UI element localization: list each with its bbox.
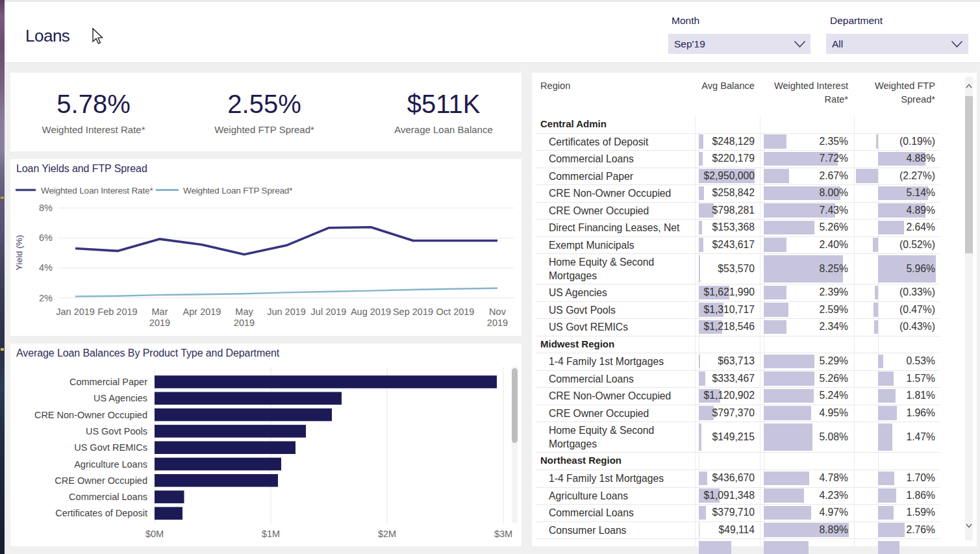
svg-text:2%: 2% [39,293,53,303]
svg-text:Weighted Loan FTP Spread*: Weighted Loan FTP Spread* [183,186,293,195]
svg-text:Jan 2019: Jan 2019 [56,307,95,317]
svg-text:2019: 2019 [234,318,255,328]
svg-text:Nov: Nov [489,307,507,317]
svg-text:$3M: $3M [494,529,512,539]
svg-text:Commercial Paper: Commercial Paper [69,377,147,387]
svg-text:Jun 2019: Jun 2019 [267,307,306,317]
svg-text:US Govt REMICs: US Govt REMICs [74,442,147,453]
svg-text:$1M: $1M [262,529,280,539]
svg-text:Certificates of Deposit: Certificates of Deposit [55,508,147,518]
svg-text:2019: 2019 [149,318,170,328]
svg-text:Aug 2019: Aug 2019 [351,307,391,317]
svg-text:2019: 2019 [487,318,508,328]
svg-text:Weighted Loan Interest Rate*: Weighted Loan Interest Rate* [41,186,153,195]
svg-text:8%: 8% [39,203,53,213]
svg-text:$0M: $0M [145,529,164,539]
svg-text:Feb 2019: Feb 2019 [97,307,137,317]
svg-text:US Agencies: US Agencies [94,393,147,403]
svg-text:US Govt Pools: US Govt Pools [86,426,147,436]
svg-text:Apr 2019: Apr 2019 [183,307,221,317]
svg-text:CRE Owner Occupied: CRE Owner Occupied [55,475,147,486]
svg-text:Agriculture Loans: Agriculture Loans [74,459,147,470]
svg-text:CRE Non-Owner Occupied: CRE Non-Owner Occupied [34,410,147,420]
svg-text:May: May [235,307,253,317]
svg-text:Oct 2019: Oct 2019 [436,307,475,317]
svg-text:4%: 4% [39,262,53,273]
svg-text:Yield (%): Yield (%) [14,235,24,270]
svg-text:$2M: $2M [378,529,396,539]
svg-text:Commercial Loans: Commercial Loans [69,492,147,502]
svg-text:Jul 2019: Jul 2019 [311,307,347,317]
svg-text:6%: 6% [39,233,53,243]
svg-text:Sep 2019: Sep 2019 [393,307,433,317]
svg-text:Mar: Mar [152,307,168,317]
